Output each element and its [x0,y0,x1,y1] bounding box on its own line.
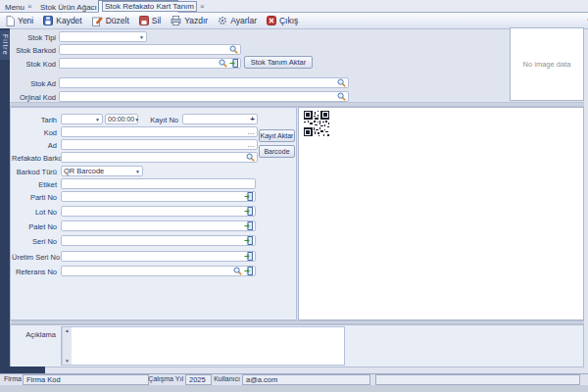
import-icon[interactable] [244,236,253,245]
firma-label: Firma [4,373,21,385]
palet-no-input[interactable] [61,220,256,231]
tab-menu[interactable]: Menu × [2,1,33,13]
stock-image-placeholder: No image data [510,27,584,101]
printer-icon [171,16,181,25]
lot-no-input[interactable] [61,206,256,217]
lot-no-label: Lot No [12,207,57,218]
tarih-time-combo[interactable]: 00:00:00 ▼ [105,114,138,124]
exit-button-label: Çıkış [279,16,298,25]
tarih-date-combo[interactable]: ▼ [61,114,103,124]
scroll-down-icon[interactable]: ▼ [65,358,70,365]
dock-corner-block [0,367,45,373]
firma-field: Firma Kod [23,374,149,385]
import-icon[interactable] [244,221,253,230]
plus-icon[interactable]: + [250,116,255,123]
etiket-label: Etiket [12,179,57,190]
calisma-yil-field: 2025 [185,374,212,385]
barcode-preview-panel [298,107,584,320]
settings-button-label: Ayarlar [230,16,257,25]
referans-no-label: Referans No [12,267,57,277]
search-icon[interactable] [229,45,238,54]
chevron-down-icon: ▼ [139,34,144,40]
toolbar: Yeni Kaydet Düzelt Sil Yazdır Ayarlar Çı… [0,13,588,29]
referans-no-input[interactable] [61,266,256,276]
parti-no-input[interactable] [61,191,256,202]
import-icon[interactable] [244,207,253,216]
gear-icon [218,16,227,25]
stok-tanim-aktar-button[interactable]: Stok Tanım Aktar [244,56,313,69]
save-button-label: Kaydet [56,16,81,25]
new-button-label: Yeni [18,16,33,25]
parti-no-label: Parti No [12,192,57,203]
floppy-disk-icon [43,16,53,25]
chevron-down-icon: ▼ [95,117,100,122]
ellipsis-icon[interactable]: … [247,141,255,149]
aciklama-textarea[interactable]: ▲ ▼ [61,326,345,366]
kayit-no-label: Kayıt No [145,115,178,125]
etiket-input[interactable] [61,178,256,189]
edit-button-label: Düzelt [106,16,129,25]
close-icon[interactable]: × [27,3,32,11]
palet-no-label: Palet No [12,221,57,232]
ad-input[interactable]: … [61,139,258,150]
import-icon[interactable] [229,59,238,68]
import-icon[interactable] [244,267,253,275]
barkod-turu-combo[interactable]: QR Barcode ▼ [61,166,143,176]
new-page-icon [6,16,15,26]
delete-disk-icon [139,16,149,25]
search-icon[interactable] [337,92,346,101]
tab-stok-refakato-kart[interactable]: Stok Refakato Kart Tanım × [98,0,178,13]
stok-kod-label: Stok Kod [9,59,56,70]
status-extra-field [375,374,580,385]
search-icon[interactable] [246,153,255,162]
kod-input[interactable]: … [61,126,258,137]
search-icon[interactable] [219,59,227,68]
ad-label: Ad [12,140,57,151]
search-icon[interactable] [337,78,346,87]
tarih-label: Tarih [12,115,57,125]
kayit-no-input[interactable]: + [182,114,258,124]
exit-x-icon [267,16,276,25]
chevron-down-icon: ▼ [135,169,140,174]
orjinal-kod-input[interactable] [59,91,349,102]
search-icon[interactable] [233,267,242,275]
barcode-button[interactable]: Barcode [259,145,295,158]
import-icon[interactable] [244,192,253,201]
uretim-seri-no-input[interactable] [61,251,256,262]
save-button[interactable]: Kaydet [41,15,83,27]
import-icon[interactable] [244,252,253,261]
close-icon[interactable]: × [200,3,205,11]
qr-code-image [304,111,329,136]
kullanici-field: a@a.com [242,374,370,385]
refakato-barkod-label: Refakato Barkod [12,153,57,164]
stok-barkod-label: Stok Barkod [9,45,56,56]
stok-tipi-label: Stok Tipi [9,32,56,43]
calisma-yil-label: Çalışma Yıl [147,373,183,385]
exit-button[interactable]: Çıkış [265,15,300,27]
settings-button[interactable]: Ayarlar [216,15,259,27]
print-button[interactable]: Yazdır [169,15,210,27]
stok-barkod-input[interactable] [59,44,241,55]
scroll-up-icon[interactable]: ▲ [65,327,70,334]
delete-button-label: Sil [152,16,161,25]
edit-button[interactable]: Düzelt [90,15,131,27]
refakato-barkod-input[interactable] [61,152,258,163]
stok-kod-input[interactable] [59,58,241,69]
kayit-aktar-button[interactable]: Kayıt Aktar [259,129,295,142]
chevron-down-icon: ▼ [134,117,139,122]
kullanici-label: Kullanıcı [214,373,240,385]
scrollbar[interactable]: ▲ ▼ [62,327,72,365]
tab-menu-label: Menu [5,3,24,12]
print-button-label: Yazdır [184,16,208,25]
pencil-edit-icon [92,16,103,26]
new-button[interactable]: Yeni [4,15,35,27]
kod-label: Kod [12,127,57,138]
seri-no-label: Seri No [12,236,57,247]
tab-stok-urun-agaci[interactable]: Stok Ürün Ağacı Tanım × [37,1,94,13]
stok-ad-input[interactable] [59,77,349,88]
delete-button[interactable]: Sil [137,15,163,27]
seri-no-input[interactable] [61,235,256,246]
ticker-strip [0,385,588,392]
ellipsis-icon[interactable]: … [247,128,255,136]
stok-tipi-combo[interactable]: ▼ [59,31,147,42]
